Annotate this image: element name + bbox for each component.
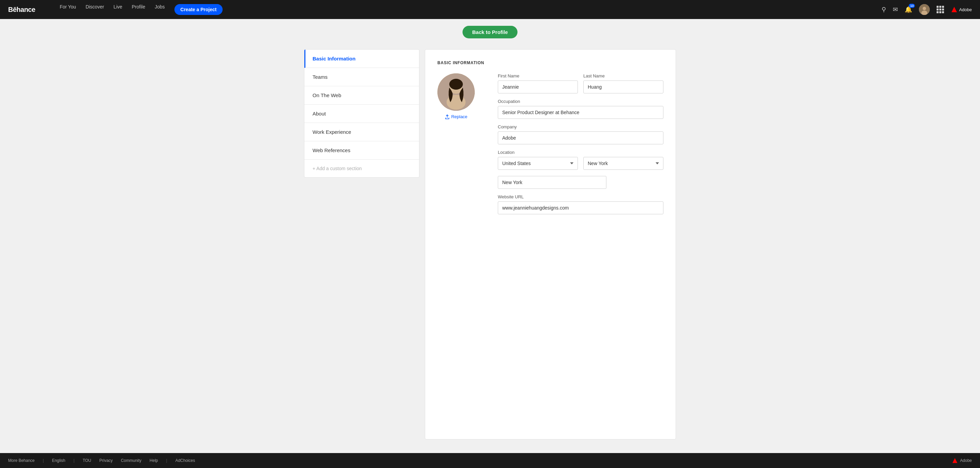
first-name-label: First Name — [498, 73, 578, 78]
footer-adobe-icon — [952, 457, 958, 463]
location-label: Location — [498, 150, 663, 155]
replace-photo-button[interactable]: Replace — [445, 114, 468, 119]
footer: More Behance | English | TOU Privacy Com… — [0, 453, 980, 468]
website-label: Website URL — [498, 194, 663, 200]
sidebar: Basic Information Teams On The Web About… — [304, 49, 419, 177]
sidebar-item-web-references[interactable]: Web References — [304, 141, 419, 160]
location-group: Location United States New York — [498, 150, 663, 189]
form-body: Replace First Name Last Name — [438, 73, 663, 214]
add-custom-section-button[interactable]: + Add a custom section — [304, 160, 419, 177]
back-bar: Back to Profile — [0, 19, 980, 44]
footer-ad-choices[interactable]: AdChoices — [175, 458, 195, 463]
svg-marker-3 — [951, 7, 957, 12]
website-group: Website URL — [498, 194, 663, 214]
adobe-logo: Adobe — [951, 6, 972, 13]
nav-jobs[interactable]: Jobs — [155, 4, 165, 15]
language-selector[interactable]: English — [52, 458, 65, 463]
notifications-button[interactable]: 🔔 13 — [905, 6, 912, 13]
company-group: Company — [498, 124, 663, 144]
profile-photo — [438, 73, 475, 111]
last-name-input[interactable] — [583, 80, 663, 93]
occupation-label: Occupation — [498, 99, 663, 104]
adobe-icon — [951, 6, 958, 13]
occupation-group: Occupation — [498, 99, 663, 119]
more-behance-button[interactable]: More Behance — [8, 458, 35, 463]
website-input[interactable] — [498, 201, 663, 214]
form-panel: BASIC INFORMATION R — [425, 49, 676, 439]
sidebar-item-basic-information[interactable]: Basic Information — [304, 50, 419, 68]
nav-menu: For You Discover Live Profile Jobs Creat… — [60, 4, 871, 15]
navbar: Bēhance For You Discover Live Profile Jo… — [0, 0, 980, 19]
footer-tou[interactable]: TOU — [83, 458, 91, 463]
back-to-profile-button[interactable]: Back to Profile — [463, 26, 517, 38]
company-input[interactable] — [498, 131, 663, 144]
sidebar-item-on-the-web[interactable]: On The Web — [304, 86, 419, 105]
sidebar-item-work-experience[interactable]: Work Experience — [304, 123, 419, 141]
footer-help[interactable]: Help — [150, 458, 158, 463]
svg-point-7 — [449, 79, 463, 89]
profile-photo-image — [438, 73, 475, 111]
first-name-group: First Name — [498, 73, 578, 93]
footer-privacy[interactable]: Privacy — [99, 458, 113, 463]
main-content: Basic Information Teams On The Web About… — [0, 44, 980, 453]
form-section-title: BASIC INFORMATION — [438, 61, 663, 65]
nav-live[interactable]: Live — [114, 4, 123, 15]
avatar[interactable] — [919, 4, 930, 15]
upload-icon — [445, 115, 450, 119]
nav-for-you[interactable]: For You — [60, 4, 76, 15]
nav-profile[interactable]: Profile — [132, 4, 145, 15]
sidebar-item-teams[interactable]: Teams — [304, 68, 419, 86]
brand-logo[interactable]: Bēhance — [8, 6, 35, 14]
navbar-right: ⚲ ✉ 🔔 13 Adobe — [881, 4, 972, 15]
notification-count: 13 — [909, 4, 915, 8]
sidebar-item-about[interactable]: About — [304, 105, 419, 123]
nav-discover[interactable]: Discover — [86, 4, 104, 15]
create-project-button[interactable]: Create a Project — [174, 4, 223, 15]
profile-photo-area: Replace — [438, 73, 475, 214]
state-select[interactable]: New York — [583, 157, 663, 170]
avatar-image — [919, 4, 930, 15]
first-name-input[interactable] — [498, 80, 578, 93]
name-row: First Name Last Name — [498, 73, 663, 93]
company-label: Company — [498, 124, 663, 129]
occupation-input[interactable] — [498, 106, 663, 119]
messages-icon[interactable]: ✉ — [893, 6, 898, 13]
search-icon[interactable]: ⚲ — [881, 6, 886, 13]
svg-point-1 — [923, 7, 926, 10]
footer-community[interactable]: Community — [121, 458, 142, 463]
svg-marker-8 — [953, 458, 957, 463]
city-input[interactable] — [498, 176, 606, 189]
last-name-group: Last Name — [583, 73, 663, 93]
country-select[interactable]: United States — [498, 157, 578, 170]
footer-adobe: Adobe — [952, 457, 972, 463]
last-name-label: Last Name — [583, 73, 663, 78]
location-dropdowns: United States New York — [498, 157, 663, 170]
apps-grid-icon[interactable] — [937, 6, 944, 13]
form-fields: First Name Last Name Occupation Company — [498, 73, 663, 214]
